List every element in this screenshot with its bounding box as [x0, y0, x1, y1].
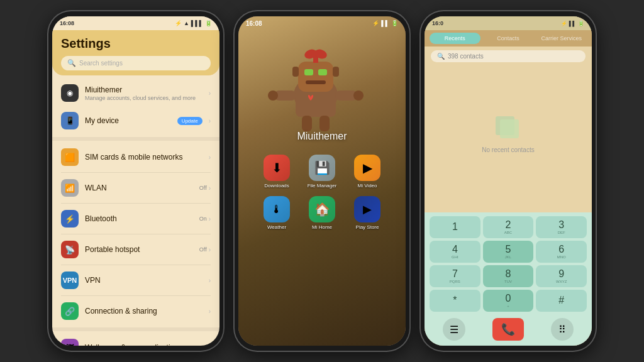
svg-rect-8	[333, 67, 339, 77]
key-6[interactable]: 6 MNO	[536, 241, 587, 263]
app-weather[interactable]: 🌡 Weather	[260, 196, 293, 230]
divider-4	[61, 265, 211, 265]
app-weather-label: Weather	[267, 224, 286, 230]
key-5-num: 5	[506, 244, 511, 255]
svg-point-14	[268, 90, 278, 101]
key-3[interactable]: 3 DEF	[536, 216, 587, 238]
miuithemer-icon: ◉	[61, 84, 79, 102]
key-hash-num: #	[558, 295, 564, 305]
key-9-letters: WXYZ	[556, 280, 567, 283]
key-9-num: 9	[558, 269, 564, 279]
battery-icon: 🔋	[205, 20, 212, 26]
app-mi-video[interactable]: ▶ Mi Video	[351, 155, 384, 189]
miuithemer-sub: Manage accounts, cloud services, and mor…	[85, 95, 203, 101]
settings-item-wlan[interactable]: 📶 WLAN Off ›	[52, 174, 219, 202]
key-8-num: 8	[506, 269, 511, 279]
dialer-actions: ☰ 📞 ⠿	[425, 315, 592, 346]
miuithemer-chevron: ›	[209, 90, 211, 97]
apps-grid: ⬇ Downloads 💾 File Manager ▶ Mi Video	[238, 155, 406, 230]
miuithemer-text: Miuithemer Manage accounts, cloud servic…	[85, 85, 203, 101]
app-play-store[interactable]: ▶ Play Store	[351, 196, 384, 230]
wifi-icon: ▲	[184, 20, 189, 26]
app-downloads[interactable]: ⬇ Downloads	[260, 155, 293, 189]
phone-dialer: 16:0 ⚡ ▌▌ 🔋 Recents Contacts Carrier Ser…	[421, 11, 596, 351]
bluetooth-chevron: ›	[209, 216, 211, 222]
settings-item-wallpaper[interactable]: 🖼 Wallpaper & personalization ›	[52, 334, 219, 346]
app-mi-home[interactable]: 🏠 Mi Home	[306, 196, 338, 230]
hotspot-label: Portable hotspot	[85, 245, 193, 254]
apps-row-2: 🌡 Weather 🏠 Mi Home ▶ Play Store	[251, 196, 393, 230]
robot-illustration	[259, 35, 385, 161]
section-divider-2	[52, 327, 219, 331]
key-9[interactable]: 9 WXYZ	[536, 265, 587, 287]
divider-2	[61, 203, 211, 204]
dialer-search[interactable]: 🔍 398 contacts	[431, 50, 586, 62]
app-file-label: File Manager	[308, 183, 337, 189]
app-play-icon: ▶	[354, 196, 380, 222]
key-7[interactable]: 7 PQRS	[430, 265, 480, 287]
app-file-manager[interactable]: 💾 File Manager	[306, 155, 338, 189]
app-downloads-label: Downloads	[264, 183, 289, 189]
update-badge[interactable]: Update	[177, 117, 203, 125]
sim-label: SIM cards & mobile networks	[85, 153, 203, 162]
settings-item-connection[interactable]: 🔗 Connection & sharing ›	[52, 297, 219, 325]
key-2-letters: ABC	[504, 231, 512, 234]
key-0[interactable]: 0 +	[483, 290, 534, 312]
dialer-search-icon: 🔍	[437, 53, 445, 60]
tab-contacts[interactable]: Contacts	[483, 33, 534, 44]
key-5[interactable]: 5 JKL	[483, 241, 534, 263]
key-4[interactable]: 4 GHI	[430, 241, 480, 263]
phones-container: 16:08 ⚡ ▲ ▌▌▌ 🔋 Settings 🔍 Search settin…	[0, 0, 644, 362]
dial-call-icon: 📞	[501, 322, 515, 336]
key-6-letters: MNO	[557, 255, 566, 259]
app-mihome-icon: 🏠	[309, 196, 335, 222]
dialer-signal-icon: ▌▌	[569, 21, 576, 26]
bluetooth-settings-icon: ⚡	[61, 210, 79, 228]
settings-item-sim[interactable]: 🟧 SIM cards & mobile networks ›	[52, 143, 219, 171]
dial-list-btn[interactable]: ☰	[443, 318, 465, 341]
settings-item-my-device[interactable]: 📱 My device Update ›	[52, 107, 219, 134]
dial-grid-icon: ⠿	[558, 324, 566, 336]
bluetooth-label: Bluetooth	[85, 214, 193, 223]
divider-1	[61, 172, 211, 173]
dial-call-btn[interactable]: 📞	[492, 318, 524, 341]
key-star[interactable]: *	[430, 290, 480, 312]
sim-text: SIM cards & mobile networks	[85, 153, 203, 162]
hotspot-text: Portable hotspot	[85, 245, 193, 254]
no-contacts-text: No recent contacts	[482, 146, 534, 153]
home-screen: 16:08 ⚡ ▌▌ 🔋 Miuithemer ⬇ Downloads	[238, 16, 406, 346]
key-0-num: 0	[506, 293, 511, 304]
dial-grid-btn[interactable]: ⠿	[551, 318, 574, 341]
key-3-num: 3	[558, 220, 564, 230]
keypad: 1 2 ABC 3 DEF 4 GHI	[425, 212, 592, 315]
bluetooth-on-label: On	[199, 216, 207, 222]
settings-item-hotspot[interactable]: 📡 Portable hotspot Off ›	[52, 236, 219, 263]
key-2[interactable]: 2 ABC	[483, 216, 534, 238]
connection-text: Connection & sharing	[85, 307, 203, 315]
settings-item-vpn[interactable]: VPN VPN ›	[52, 266, 219, 294]
svg-rect-16	[302, 116, 312, 131]
tab-carrier-services[interactable]: Carrier Services	[536, 33, 587, 44]
search-bar[interactable]: 🔍 Search settings	[61, 56, 211, 70]
bluetooth-text: Bluetooth	[85, 214, 193, 223]
svg-rect-19	[500, 119, 519, 138]
settings-item-miuithemer[interactable]: ◉ Miuithemer Manage accounts, cloud serv…	[52, 79, 219, 107]
my-device-text: My device	[85, 116, 171, 125]
svg-rect-3	[298, 62, 333, 92]
key-4-num: 4	[452, 244, 458, 255]
tab-recents[interactable]: Recents	[430, 33, 480, 44]
key-2-num: 2	[506, 220, 511, 230]
key-1[interactable]: 1	[430, 216, 480, 238]
key-hash[interactable]: #	[536, 290, 587, 312]
key-4-letters: GHI	[452, 255, 458, 259]
key-0-letters: +	[507, 304, 509, 308]
home-signal-icon: ▌▌	[381, 20, 389, 26]
home-battery-icon: 🔋	[391, 20, 398, 26]
key-8[interactable]: 8 TUV	[483, 265, 534, 287]
my-device-label: My device	[85, 116, 171, 125]
connection-label: Connection & sharing	[85, 307, 203, 315]
dialer-status-icons: ⚡ ▌▌ 🔋	[561, 21, 584, 26]
settings-item-bluetooth[interactable]: ⚡ Bluetooth On ›	[52, 205, 219, 233]
vpn-text: VPN	[85, 276, 203, 285]
dialer-search-placeholder: 398 contacts	[448, 53, 484, 60]
